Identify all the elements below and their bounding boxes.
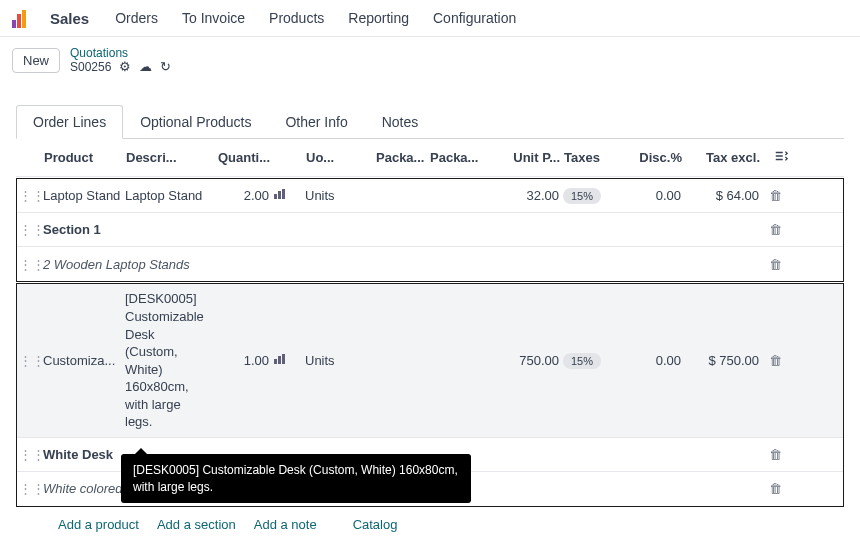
table-row[interactable]: ⋮⋮ Customiza... [DESK0005] Customizable … [17, 284, 843, 437]
svg-rect-0 [274, 194, 277, 199]
cell-descr[interactable]: Laptop Stand [125, 188, 205, 203]
drag-handle-icon[interactable]: ⋮⋮ [19, 188, 39, 203]
cell-uom[interactable]: Units [305, 353, 371, 368]
cell-product[interactable]: Laptop Stand [43, 188, 121, 203]
tabs: Order Lines Optional Products Other Info… [16, 104, 844, 139]
col-description[interactable]: Descri... [126, 150, 206, 165]
col-unit-price[interactable]: Unit P... [490, 150, 560, 165]
tab-order-lines[interactable]: Order Lines [16, 105, 123, 139]
line-group-2: ⋮⋮ Customiza... [DESK0005] Customizable … [16, 283, 844, 506]
drag-handle-icon[interactable]: ⋮⋮ [19, 222, 39, 237]
breadcrumb-record: S00256 [70, 61, 111, 74]
tab-other-info[interactable]: Other Info [268, 104, 364, 138]
cell-taxexcl: $ 64.00 [685, 188, 759, 203]
drag-handle-icon[interactable]: ⋮⋮ [19, 353, 39, 368]
nav-products[interactable]: Products [269, 10, 324, 26]
cell-qty[interactable]: 1.00 [209, 353, 269, 368]
nav-to-invoice[interactable]: To Invoice [182, 10, 245, 26]
delete-icon[interactable]: 🗑 [763, 447, 787, 462]
cell-taxexcl: $ 750.00 [685, 353, 759, 368]
add-product-link[interactable]: Add a product [58, 517, 139, 532]
cell-unit-price[interactable]: 32.00 [489, 188, 559, 203]
section-row[interactable]: ⋮⋮ Section 1 🗑 [17, 213, 843, 247]
cell-disc[interactable]: 0.00 [627, 188, 681, 203]
svg-rect-5 [282, 354, 285, 364]
chart-icon[interactable] [273, 188, 301, 203]
breadcrumb-row: New Quotations S00256 ⚙ ☁ ↻ [0, 37, 860, 84]
svg-rect-3 [274, 359, 277, 364]
col-quantity[interactable]: Quanti... [210, 150, 270, 165]
tab-notes[interactable]: Notes [365, 104, 436, 138]
col-taxes[interactable]: Taxes [564, 150, 624, 165]
tax-badge[interactable]: 15% [563, 353, 601, 369]
add-section-link[interactable]: Add a section [157, 517, 236, 532]
tax-badge[interactable]: 15% [563, 188, 601, 204]
delete-icon[interactable]: 🗑 [763, 353, 787, 368]
cell-disc[interactable]: 0.00 [627, 353, 681, 368]
delete-icon[interactable]: 🗑 [763, 257, 787, 272]
cell-descr[interactable]: [DESK0005] Customizable Desk (Custom, Wh… [125, 290, 205, 430]
nav-configuration[interactable]: Configuration [433, 10, 516, 26]
cell-product[interactable]: Customiza... [43, 353, 121, 368]
catalog-link[interactable]: Catalog [353, 517, 398, 532]
app-logo [12, 8, 32, 28]
col-tax-excl[interactable]: Tax excl. [686, 150, 760, 165]
top-bar: Sales Orders To Invoice Products Reporti… [0, 0, 860, 37]
note-row[interactable]: ⋮⋮ 2 Wooden Laptop Stands 🗑 [17, 247, 843, 281]
order-lines-grid: Product Descri... Quanti... Uo... Packa.… [16, 139, 844, 531]
nav-reporting[interactable]: Reporting [348, 10, 409, 26]
refresh-icon[interactable]: ↻ [160, 60, 171, 74]
nav-orders[interactable]: Orders [115, 10, 158, 26]
cloud-icon[interactable]: ☁ [139, 60, 152, 74]
svg-rect-2 [282, 189, 285, 199]
drag-handle-icon[interactable]: ⋮⋮ [19, 481, 39, 496]
col-discount[interactable]: Disc.% [628, 150, 682, 165]
drag-handle-icon[interactable]: ⋮⋮ [19, 257, 39, 272]
delete-icon[interactable]: 🗑 [763, 188, 787, 203]
col-uom[interactable]: Uo... [306, 150, 372, 165]
top-nav: Orders To Invoice Products Reporting Con… [115, 10, 516, 26]
svg-rect-1 [278, 191, 281, 199]
breadcrumb: Quotations S00256 ⚙ ☁ ↻ [70, 47, 171, 74]
gear-icon[interactable]: ⚙ [119, 60, 131, 74]
grid-header: Product Descri... Quanti... Uo... Packa.… [16, 139, 844, 177]
tooltip: [DESK0005] Customizable Desk (Custom, Wh… [121, 454, 471, 504]
cell-qty[interactable]: 2.00 [209, 188, 269, 203]
drag-handle-icon[interactable]: ⋮⋮ [19, 447, 39, 462]
section-row[interactable]: ⋮⋮ White Desk 🗑 [DESK0005] Customizable … [17, 438, 843, 472]
cell-unit-price[interactable]: 750.00 [489, 353, 559, 368]
col-packaging1[interactable]: Packa... [376, 150, 426, 165]
table-row[interactable]: ⋮⋮ Laptop Stand Laptop Stand 2.00 Units … [17, 179, 843, 213]
cell-uom[interactable]: Units [305, 188, 371, 203]
line-group-1: ⋮⋮ Laptop Stand Laptop Stand 2.00 Units … [16, 178, 844, 282]
delete-icon[interactable]: 🗑 [763, 222, 787, 237]
tab-optional-products[interactable]: Optional Products [123, 104, 268, 138]
chart-icon[interactable] [273, 353, 301, 368]
col-product[interactable]: Product [44, 150, 122, 165]
svg-rect-4 [278, 356, 281, 364]
columns-config-icon[interactable] [764, 149, 788, 166]
col-packaging2[interactable]: Packa... [430, 150, 486, 165]
app-title: Sales [50, 10, 89, 27]
new-button[interactable]: New [12, 48, 60, 73]
note-text[interactable]: 2 Wooden Laptop Stands [43, 257, 759, 272]
section-title[interactable]: Section 1 [43, 222, 759, 237]
delete-icon[interactable]: 🗑 [763, 481, 787, 496]
add-note-link[interactable]: Add a note [254, 517, 317, 532]
line-actions: Add a product Add a section Add a note C… [16, 507, 844, 532]
